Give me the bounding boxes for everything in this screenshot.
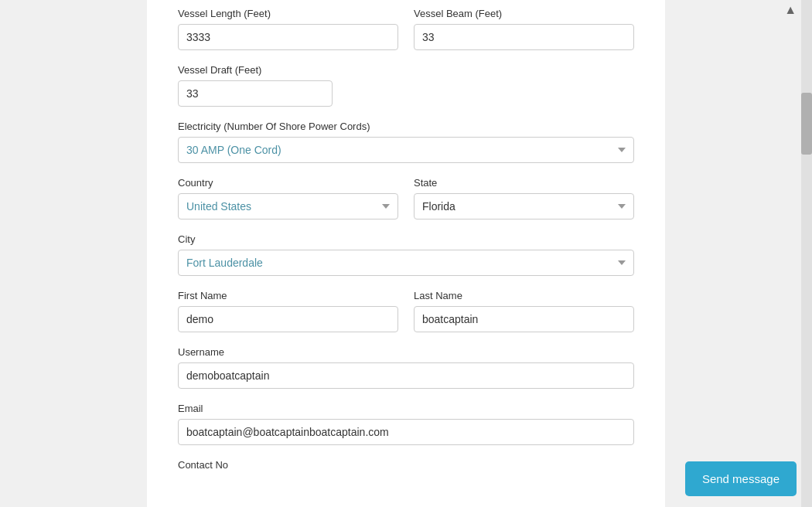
country-state-row: Country United States Canada United King… [178, 177, 634, 219]
electricity-row: Electricity (Number Of Shore Power Cords… [178, 121, 634, 163]
country-group: Country United States Canada United King… [178, 177, 398, 219]
last-name-label: Last Name [414, 290, 634, 301]
right-panel: ▲ Send message [665, 0, 812, 507]
first-name-input[interactable] [178, 306, 398, 332]
username-label: Username [178, 346, 634, 358]
last-name-input[interactable] [414, 306, 634, 332]
email-label: Email [178, 403, 634, 414]
vessel-length-label: Vessel Length (Feet) [178, 8, 398, 19]
country-label: Country [178, 177, 398, 189]
email-group: Email [178, 403, 634, 445]
electricity-group: Electricity (Number Of Shore Power Cords… [178, 121, 634, 163]
vessel-draft-row: Vessel Draft (Feet) [178, 64, 634, 107]
state-select[interactable]: Florida California New York Texas [414, 193, 634, 219]
electricity-select[interactable]: 30 AMP (One Cord) 50 AMP (Two Cords) Non… [178, 137, 634, 163]
last-name-group: Last Name [414, 290, 634, 332]
vessel-draft-group: Vessel Draft (Feet) [178, 64, 333, 107]
name-row: First Name Last Name [178, 290, 634, 332]
left-panel [0, 0, 147, 507]
contact-group: Contact No [178, 459, 634, 475]
electricity-label: Electricity (Number Of Shore Power Cords… [178, 121, 634, 132]
scrollbar-thumb[interactable] [801, 93, 812, 155]
country-select[interactable]: United States Canada United Kingdom [178, 193, 398, 219]
city-label: City [178, 233, 634, 245]
username-row: Username [178, 346, 634, 389]
contact-label: Contact No [178, 459, 634, 471]
state-label: State [414, 177, 634, 189]
vessel-beam-group: Vessel Beam (Feet) [414, 8, 634, 50]
vessel-beam-label: Vessel Beam (Feet) [414, 8, 634, 19]
city-row: City Fort Lauderdale Miami Orlando Tampa [178, 233, 634, 276]
first-name-label: First Name [178, 290, 398, 301]
vessel-dimensions-row: Vessel Length (Feet) Vessel Beam (Feet) [178, 8, 634, 50]
city-group: City Fort Lauderdale Miami Orlando Tampa [178, 233, 634, 276]
email-input[interactable] [178, 419, 634, 445]
vessel-length-group: Vessel Length (Feet) [178, 8, 398, 50]
first-name-group: First Name [178, 290, 398, 332]
vessel-draft-input[interactable] [178, 80, 333, 107]
username-group: Username [178, 346, 634, 389]
state-group: State Florida California New York Texas [414, 177, 634, 219]
city-select[interactable]: Fort Lauderdale Miami Orlando Tampa [178, 250, 634, 276]
vessel-draft-label: Vessel Draft (Feet) [178, 64, 333, 76]
email-row: Email [178, 403, 634, 445]
scrollbar-track [801, 0, 812, 507]
username-input[interactable] [178, 362, 634, 389]
send-message-button[interactable]: Send message [685, 461, 797, 496]
contact-row: Contact No [178, 459, 634, 475]
main-content: Vessel Length (Feet) Vessel Beam (Feet) … [147, 0, 665, 507]
vessel-beam-input[interactable] [414, 24, 634, 50]
vessel-length-input[interactable] [178, 24, 398, 50]
form-section: Vessel Length (Feet) Vessel Beam (Feet) … [178, 0, 634, 475]
scroll-up-icon[interactable]: ▲ [784, 3, 797, 17]
